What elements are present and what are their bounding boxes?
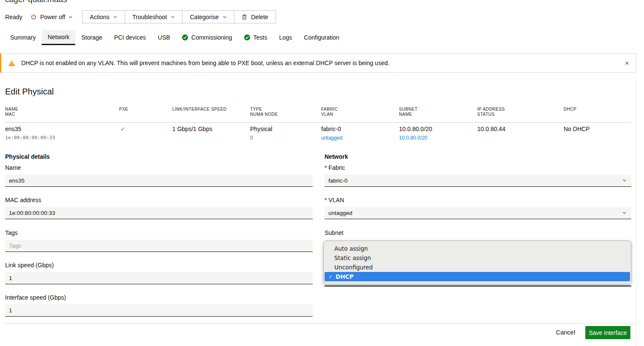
banner-message: DHCP is not enabled on any VLAN. This wi… xyxy=(21,60,389,66)
interface-row-name-cell: ens35 1e:00:80:00:00:33 xyxy=(5,125,55,142)
actions-label: Actions xyxy=(90,14,109,20)
delete-label: Delete xyxy=(251,14,268,20)
tab-label: USB xyxy=(158,34,170,41)
col-header-dhcp: DHCP xyxy=(564,107,576,112)
option-label: Static assign xyxy=(334,254,371,261)
mac-address-input[interactable] xyxy=(5,207,313,219)
close-icon[interactable]: × xyxy=(625,60,629,67)
subnet-link[interactable]: 10.0.80.0/20 xyxy=(399,134,432,142)
selected-check-icon: ✓ xyxy=(328,274,333,280)
tab-logs[interactable]: Logs xyxy=(273,30,298,45)
machine-action-bar: Ready Power off Actions Troubleshoot Cat… xyxy=(5,10,276,23)
vlan-select-value: untagged xyxy=(328,210,352,216)
dhcp-status: No DHCP xyxy=(564,125,590,133)
tab-label: Configuration xyxy=(304,34,339,41)
physical-details-heading: Physical details xyxy=(5,153,50,160)
chevron-down-icon xyxy=(622,211,627,215)
save-interface-button[interactable]: Save interface xyxy=(585,326,630,339)
col-header-ip-status: IP ADDRESSSTATUS xyxy=(477,107,505,117)
tab-label: Storage xyxy=(81,34,102,41)
col-header-type-numa: TYPENUMA NODE xyxy=(250,107,278,117)
interface-row-ip-cell: 10.0.80.44 xyxy=(477,125,505,133)
success-check-icon xyxy=(182,34,188,40)
interface-row-speed-cell: 1 Gbps/1 Gbps xyxy=(172,125,212,133)
subnet-label: Subnet xyxy=(325,229,343,236)
option-dhcp-selected[interactable]: ✓ DHCP xyxy=(325,272,630,281)
chevron-down-icon xyxy=(622,178,627,183)
option-label: Auto assign xyxy=(334,245,368,252)
tab-configuration[interactable]: Configuration xyxy=(298,30,345,45)
tags-label: Tags xyxy=(5,229,18,236)
power-off-button[interactable]: Power off xyxy=(31,14,73,20)
chevron-down-icon xyxy=(222,15,227,19)
actions-menu-button[interactable]: Actions xyxy=(83,11,125,23)
fabric-select[interactable]: fabric-0 xyxy=(325,174,631,187)
chevron-down-icon xyxy=(68,15,73,19)
interface-row-type-cell: Physical 0 xyxy=(250,125,272,142)
warning-icon xyxy=(8,60,15,66)
categorise-label: Categorise xyxy=(190,14,219,20)
option-static-assign[interactable]: Static assign xyxy=(324,253,631,263)
page-title: cager-quail.maas xyxy=(5,0,67,4)
tab-label: Network xyxy=(48,34,69,40)
interface-row-fabric-cell: fabric-0 untagged xyxy=(321,125,342,142)
interface-row-subnet-cell: 10.0.80.0/20 10.0.80.0/20 xyxy=(399,125,432,142)
col-header-subnet-name: SUBNETNAME xyxy=(399,107,418,117)
fabric-name: fabric-0 xyxy=(321,125,342,133)
name-input[interactable] xyxy=(5,174,313,187)
tab-label: Logs xyxy=(279,34,292,41)
tab-label: Tests xyxy=(254,34,268,41)
network-heading: Network xyxy=(325,153,348,160)
chevron-down-icon xyxy=(113,15,117,19)
success-check-icon xyxy=(244,34,250,40)
tab-summary[interactable]: Summary xyxy=(4,30,42,45)
cancel-button[interactable]: Cancel xyxy=(556,329,575,336)
dhcp-warning-banner: DHCP is not enabled on any VLAN. This wi… xyxy=(0,53,636,73)
option-unconfigured[interactable]: Unconfigured xyxy=(324,263,631,272)
edit-physical-title: Edit Physical xyxy=(5,87,54,97)
interface-name: ens35 xyxy=(5,125,55,133)
subnet-dropdown-popup: Auto assign Static assign Unconfigured ✓… xyxy=(323,240,631,284)
link-interface-speed: 1 Gbps/1 Gbps xyxy=(172,125,212,133)
option-label: DHCP xyxy=(336,273,353,280)
tags-input[interactable] xyxy=(5,240,313,252)
interface-mac: 1e:00:80:00:00:33 xyxy=(5,134,55,142)
tab-tests[interactable]: Tests xyxy=(238,30,274,45)
troubleshoot-menu-button[interactable]: Troubleshoot xyxy=(125,11,182,23)
col-header-name-mac: NAMEMAC xyxy=(5,107,18,117)
tab-storage[interactable]: Storage xyxy=(75,30,108,45)
interface-speed-label: Interface speed (Gbps) xyxy=(5,294,66,301)
chevron-down-icon xyxy=(171,15,175,19)
name-label: Name xyxy=(5,164,21,171)
machine-details-page: cager-quail.maas Ready Power off Actions… xyxy=(0,0,644,346)
tab-usb[interactable]: USB xyxy=(152,30,176,45)
machine-actions-group: Actions Troubleshoot Categorise De xyxy=(82,10,276,23)
option-auto-assign[interactable]: Auto assign xyxy=(324,244,631,253)
interface-speed-input[interactable] xyxy=(5,304,313,317)
numa-node: 0 xyxy=(250,134,272,142)
col-header-fabric-vlan: FABRICVLAN xyxy=(321,107,338,117)
power-button-label: Power off xyxy=(40,14,65,20)
subnet-select-border xyxy=(325,286,631,286)
mac-address-label: MAC address xyxy=(5,197,41,203)
tab-commissioning[interactable]: Commissioning xyxy=(176,30,238,45)
interface-type: Physical xyxy=(250,125,272,133)
vlan-select[interactable]: untagged xyxy=(325,207,631,219)
vlan-label: * VLAN xyxy=(325,197,344,203)
table-header-divider xyxy=(5,122,631,123)
fabric-select-value: fabric-0 xyxy=(328,177,348,184)
trash-icon xyxy=(242,14,247,20)
link-speed-input[interactable] xyxy=(5,272,313,284)
col-header-link-speed: LINK/INTERFACE SPEED xyxy=(172,107,227,112)
delete-button[interactable]: Delete xyxy=(234,11,275,23)
tab-label: Commissioning xyxy=(191,34,232,41)
interface-row-dhcp-cell: No DHCP xyxy=(564,125,590,133)
categorise-menu-button[interactable]: Categorise xyxy=(182,11,234,23)
fabric-label: * Fabric xyxy=(325,164,345,171)
interface-row-pxe-cell: ✓ xyxy=(120,125,125,133)
tab-network[interactable]: Network xyxy=(42,30,75,45)
tab-pci-devices[interactable]: PCI devices xyxy=(108,30,152,45)
machine-tabs: Summary Network Storage PCI devices USB … xyxy=(0,30,345,45)
vlan-link[interactable]: untagged xyxy=(321,134,342,142)
pxe-check-icon: ✓ xyxy=(120,126,125,132)
